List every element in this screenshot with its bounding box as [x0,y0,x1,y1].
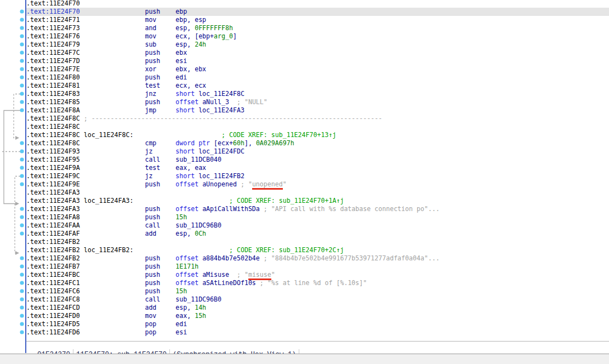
asm-seg-addr: .text:11E24F73 [26,24,80,32]
asm-line[interactable]: .text:11E24FB2 push offset a884b4b7e502b… [26,254,609,263]
breakpoint-dot[interactable] [20,42,24,46]
asm-seg-addr: .text:11E24FB7 [26,263,80,270]
asm-line[interactable]: .text:11E24FD6 pop esi [26,328,609,337]
asm-seg-mn: push [145,279,175,287]
breakpoint-dot[interactable] [20,272,24,276]
asm-seg-addrhl: .text:11E24F70 [26,8,80,15]
asm-line[interactable]: .text:11E24FA3 push offset aApiCallWithS… [26,205,609,213]
asm-line[interactable]: .text:11E24F93 jz short loc_11E24FDC [26,147,609,156]
asm-line[interactable]: .text:11E24F79 sub esp, 24h [26,41,609,49]
asm-seg-addr: .text:11E24F8C [26,115,84,122]
asm-line[interactable]: .text:11E24F8C ; -----------------------… [26,115,609,123]
breakpoint-dot[interactable] [20,59,24,62]
asm-line[interactable]: .text:11E24F7D push esi [26,57,609,65]
asm-seg-sp [80,254,145,262]
asm-line[interactable]: .text:11E24FAF add esp, 0Ch [26,230,609,238]
asm-seg-sp [80,106,145,114]
breakpoint-dot[interactable] [20,314,24,317]
breakpoint-dot[interactable] [20,297,24,301]
asm-line[interactable]: .text:11E24F80 push edi [26,73,609,82]
breakpoint-dot[interactable] [20,182,24,186]
asm-line[interactable]: .text:11E24F9E push offset aUnopened ; "… [26,180,609,189]
asm-line[interactable]: .text:11E24FD0 mov eax, 15h [26,312,609,320]
breakpoint-dot[interactable] [20,281,24,285]
asm-line[interactable]: .text:11E24FC6 push 15h [26,287,609,295]
breakpoint-dot[interactable] [20,75,24,79]
breakpoint-dot[interactable] [20,256,24,260]
asm-line[interactable]: .text:11E24F9A test eax, eax [26,164,609,172]
breakpoint-dot[interactable] [20,18,24,21]
breakpoint-dot[interactable] [20,305,24,309]
asm-line[interactable]: .text:11E24F7E xor ebx, ebx [26,65,609,73]
breakpoint-dot[interactable] [20,50,24,54]
breakpoint-dot[interactable] [20,100,24,104]
asm-line[interactable]: .text:11E24FA3 [26,189,609,197]
asm-line[interactable]: .text:11E24F70 [26,0,609,8]
asm-line[interactable]: .text:11E24FD5 pop edi [26,320,609,328]
breakpoint-dot[interactable] [20,223,24,227]
breakpoint-dot[interactable] [20,67,24,71]
asm-line[interactable]: .text:11E24FCD add esp, 14h [26,304,609,312]
asm-seg-com: ; " [237,180,252,188]
asm-line[interactable]: .text:11E24FBC push offset aMisuse ; "mi… [26,271,609,279]
jump-arrow-line [14,94,20,138]
asm-seg-com: " [283,180,287,188]
asm-seg-label: loc_11E24FB2: [84,246,134,254]
asm-seg-sp [80,180,145,188]
breakpoint-dot[interactable] [20,207,24,211]
asm-seg-num: 0Ch [195,230,206,237]
asm-line[interactable]: .text:11E24FC1 push offset aSAtLineDOf10… [26,279,609,287]
asm-seg-com: ; " [229,271,248,278]
asm-line[interactable]: .text:11E24FA3 loc_11E24FA3: ; CODE XREF… [26,197,609,205]
asm-seg-addr: .text:11E24FC1 [26,279,80,287]
breakpoint-dot[interactable] [20,166,24,169]
breakpoint-dot[interactable] [20,34,24,38]
asm-seg-mn: and [145,24,175,32]
asm-seg-addr: .text:11E24F9A [26,164,80,172]
breakpoint-dot[interactable] [20,330,24,334]
asm-line[interactable]: .text:11E24FB2 [26,238,609,246]
asm-line[interactable]: .text:11E24F8C cmp dword ptr [ecx+60h], … [26,139,609,147]
breakpoint-dot[interactable] [20,231,24,235]
breakpoint-dot[interactable] [20,264,24,268]
breakpoint-dot[interactable] [20,322,24,326]
breakpoint-dot[interactable] [20,149,24,153]
asm-line[interactable]: .text:11E24F76 mov ecx, [ebp+arg_0] [26,32,609,41]
breakpoint-dot[interactable] [20,83,24,87]
asm-line[interactable]: .text:11E24F8C loc_11E24F8C: ; CODE XREF… [26,131,609,139]
breakpoint-dot[interactable] [20,215,24,219]
asm-line[interactable]: .text:11E24F8C [26,123,609,131]
asm-seg-addr: .text:11E24FD5 [26,320,80,328]
asm-seg-mn: sub [145,41,175,48]
asm-line[interactable]: .text:11E24F95 call sub_11DCB040 [26,156,609,164]
asm-line[interactable]: .text:11E24FA8 push 15h [26,213,609,221]
asm-line[interactable]: .text:11E24F85 push offset aNull_3 ; "NU… [26,98,609,106]
breakpoint-dot[interactable] [20,108,24,112]
asm-seg-reg: eax, eax [175,164,206,172]
asm-line[interactable]: .text:11E24F81 test ecx, ecx [26,82,609,90]
asm-line[interactable]: .text:11E24F73 and esp, 0FFFFFFF8h [26,24,609,32]
breakpoint-dot[interactable] [20,92,24,95]
asm-line[interactable]: .text:11E24FB7 push 1E171h [26,263,609,271]
breakpoint-dot[interactable] [20,141,24,145]
asm-line-selected[interactable]: .text:11E24F70 push ebp [26,8,609,16]
breakpoint-dot[interactable] [20,289,24,293]
asm-line[interactable]: .text:11E24F71 mov ebp, esp [26,16,609,24]
asm-line[interactable]: .text:11E24F83 jnz short loc_11E24F8C [26,90,609,98]
jump-arrows-graphic [0,0,25,340]
asm-line[interactable]: .text:11E24F7C push ebx [26,49,609,57]
asm-line[interactable]: .text:11E24F8A jmp short loc_11E24FA3 [26,106,609,115]
breakpoint-dot[interactable] [20,157,24,161]
asm-line[interactable]: .text:11E24FB2 loc_11E24FB2: ; CODE XREF… [26,246,609,254]
asm-line[interactable]: .text:11E24FAA call sub_11DC96B0 [26,221,609,230]
asm-seg-name: loc_11E24FB2 [198,172,244,180]
asm-seg-num: 15h [175,213,187,221]
breakpoint-dot[interactable] [20,9,24,13]
asm-seg-reg: ebp, esp [175,16,206,24]
asm-seg-sp [80,82,145,89]
breakpoint-dot[interactable] [20,26,24,30]
breakpoint-dot[interactable] [20,174,24,178]
asm-seg-mn: add [145,304,175,311]
asm-line[interactable]: .text:11E24F9C jz short loc_11E24FB2 [26,172,609,180]
asm-line[interactable]: .text:11E24FC8 call sub_11DC96B0 [26,295,609,304]
